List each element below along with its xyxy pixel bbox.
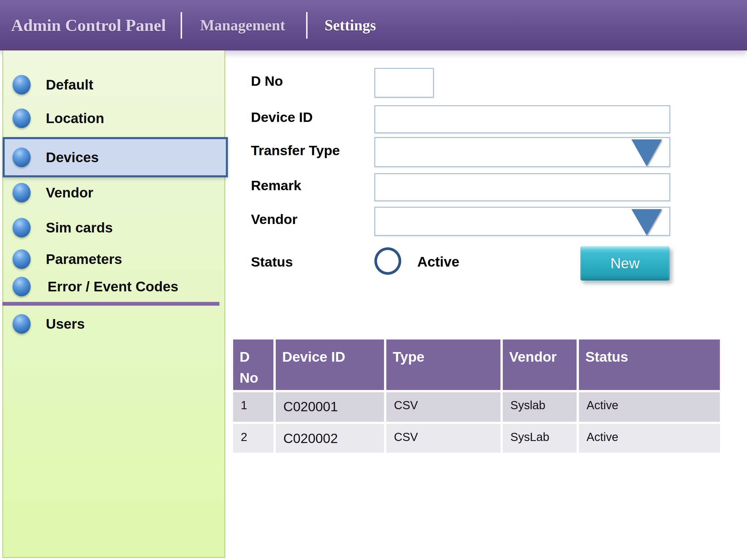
column-header-vendor: Vendor [503, 340, 576, 390]
sidebar-divider [2, 302, 220, 306]
vendor-label: Vendor [251, 211, 297, 227]
bullet-icon [12, 277, 31, 296]
bullet-icon [12, 75, 31, 95]
column-header-status: Status [579, 340, 720, 390]
sidebar-item-default[interactable]: Default [3, 72, 224, 97]
sidebar-item-label: Users [46, 316, 85, 332]
table-cell-device-id[interactable]: C020001 [276, 392, 384, 422]
app-title: Admin Control Panel [11, 16, 166, 35]
sidebar-item-label: Location [46, 110, 104, 126]
table-cell-d-no[interactable]: 2 [233, 424, 274, 453]
table-cell-device-id[interactable]: C020002 [276, 424, 384, 453]
sidebar-item-vendor[interactable]: Vendor [3, 180, 224, 205]
nav-management[interactable]: Management [200, 17, 285, 34]
table-cell-vendor[interactable]: Syslab [503, 392, 576, 422]
chevron-down-icon [632, 209, 662, 235]
sidebar-item-error-event-codes[interactable]: Error / Event Codes [3, 274, 224, 299]
sidebar-item-label: Vendor [46, 185, 93, 201]
transfer-type-dropdown[interactable] [375, 137, 670, 167]
status-radio-active[interactable] [375, 247, 401, 275]
sidebar-item-sim-cards[interactable]: Sim cards [3, 215, 224, 240]
sidebar-item-devices[interactable]: Devices [3, 137, 228, 177]
bullet-icon [12, 218, 31, 237]
header-divider [181, 12, 182, 39]
vendor-dropdown[interactable] [375, 207, 670, 236]
bullet-icon [12, 249, 31, 269]
new-button[interactable]: New [581, 246, 670, 281]
table-cell-type[interactable]: CSV [386, 424, 500, 453]
column-header-device-id: Device ID [276, 340, 384, 390]
remark-input[interactable] [375, 173, 670, 201]
status-option-label: Active [417, 254, 459, 270]
sidebar-item-label: Default [46, 77, 93, 93]
sidebar-item-users[interactable]: Users [3, 311, 224, 336]
nav-settings[interactable]: Settings [325, 17, 376, 34]
device-id-input[interactable] [375, 105, 670, 133]
column-header-type: Type [386, 340, 500, 390]
table-cell-d-no[interactable]: 1 [233, 392, 274, 422]
admin-control-panel-screen: Admin Control Panel Management Settings … [0, 0, 747, 560]
bullet-icon [12, 314, 31, 334]
sidebar-item-location[interactable]: Location [3, 106, 224, 131]
bullet-icon [12, 183, 31, 203]
sidebar-item-label: Error / Event Codes [48, 278, 178, 295]
transfer-type-label: Transfer Type [251, 142, 340, 158]
remark-label: Remark [251, 177, 301, 193]
table-cell-type[interactable]: CSV [386, 392, 500, 422]
status-label: Status [251, 254, 293, 270]
table-cell-status[interactable]: Active [579, 392, 720, 422]
table-cell-vendor[interactable]: SysLab [503, 424, 576, 453]
sidebar-item-parameters[interactable]: Parameters [3, 246, 224, 271]
devices-table: D No Device ID Type Vendor Status 1 C020… [233, 340, 720, 453]
bullet-icon [12, 148, 31, 167]
d-no-label: D No [251, 73, 283, 89]
sidebar-item-label: Devices [46, 149, 99, 165]
bullet-icon [12, 108, 31, 128]
column-header-d-no: D No [233, 340, 274, 390]
d-no-input[interactable] [375, 68, 434, 98]
header-divider [306, 12, 308, 39]
sidebar-item-label: Sim cards [46, 220, 113, 236]
table-cell-status[interactable]: Active [579, 424, 720, 453]
header-bar: Admin Control Panel Management Settings [0, 0, 747, 50]
device-id-label: Device ID [251, 109, 313, 125]
sidebar-item-label: Parameters [46, 251, 122, 267]
sidebar-nav: Default Location Devices Vendor Sim card… [2, 50, 225, 558]
chevron-down-icon [632, 139, 662, 166]
